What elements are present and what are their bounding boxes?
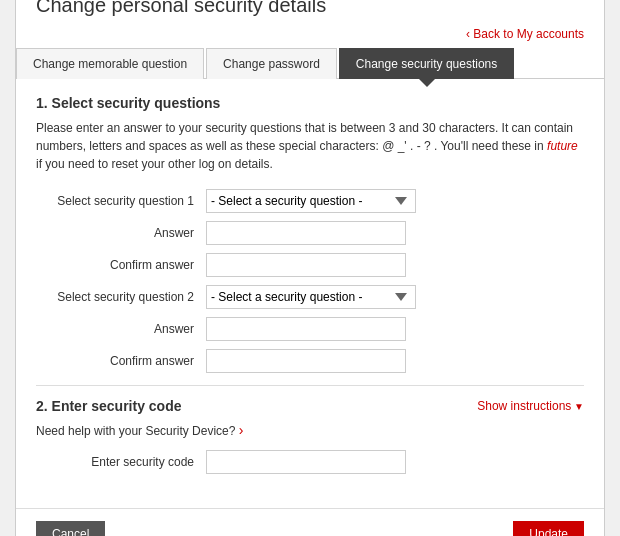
- answer1-row: Answer: [36, 221, 584, 245]
- back-link[interactable]: Back to My accounts: [466, 27, 584, 41]
- confirm-answer2-input[interactable]: [206, 349, 406, 373]
- help-text: Need help with your Security Device? ›: [36, 422, 584, 438]
- answer2-label: Answer: [36, 322, 206, 336]
- confirm1-label: Confirm answer: [36, 258, 206, 272]
- tab-password[interactable]: Change password: [206, 48, 337, 79]
- section1-desc: Please enter an answer to your security …: [36, 119, 584, 173]
- main-content: 1. Select security questions Please ente…: [16, 79, 604, 498]
- answer2-row: Answer: [36, 317, 584, 341]
- back-link-row: Back to My accounts: [16, 27, 604, 47]
- section1-desc-text: Please enter an answer to your security …: [36, 121, 578, 171]
- confirm-answer1-input[interactable]: [206, 253, 406, 277]
- answer1-input[interactable]: [206, 221, 406, 245]
- section1-title: 1. Select security questions: [36, 95, 584, 111]
- answer1-label: Answer: [36, 226, 206, 240]
- show-instructions-link[interactable]: Show instructions: [477, 399, 584, 413]
- question1-label: Select security question 1: [36, 194, 206, 208]
- question1-row: Select security question 1 - Select a se…: [36, 189, 584, 213]
- confirm2-row: Confirm answer: [36, 349, 584, 373]
- confirm1-row: Confirm answer: [36, 253, 584, 277]
- page-title: Change personal security details: [16, 0, 604, 27]
- tab-security-questions[interactable]: Change security questions: [339, 48, 514, 79]
- section-divider: [36, 385, 584, 386]
- confirm1-control: [206, 253, 584, 277]
- section2-title: 2. Enter security code: [36, 398, 182, 414]
- help-arrow-icon: ›: [239, 422, 244, 438]
- update-button[interactable]: Update: [513, 521, 584, 537]
- tabs-container: Change memorable question Change passwor…: [16, 47, 604, 79]
- tab-memorable[interactable]: Change memorable question: [16, 48, 204, 79]
- question1-control: - Select a security question -: [206, 189, 584, 213]
- footer-buttons: Cancel Update: [16, 508, 604, 537]
- cancel-button[interactable]: Cancel: [36, 521, 105, 537]
- answer1-control: [206, 221, 584, 245]
- question2-control: - Select a security question -: [206, 285, 584, 309]
- question2-row: Select security question 2 - Select a se…: [36, 285, 584, 309]
- security-code-control: [206, 450, 584, 474]
- confirm2-control: [206, 349, 584, 373]
- answer2-input[interactable]: [206, 317, 406, 341]
- security-code-input[interactable]: [206, 450, 406, 474]
- question2-label: Select security question 2: [36, 290, 206, 304]
- page-container: Change personal security details Back to…: [15, 0, 605, 536]
- security-question-1-select[interactable]: - Select a security question -: [206, 189, 416, 213]
- confirm2-label: Confirm answer: [36, 354, 206, 368]
- answer2-control: [206, 317, 584, 341]
- security-code-row: Enter security code: [36, 450, 584, 474]
- section2-header: 2. Enter security code Show instructions: [36, 398, 584, 414]
- section1-highlight: future: [547, 139, 578, 153]
- security-question-2-select[interactable]: - Select a security question -: [206, 285, 416, 309]
- security-code-label: Enter security code: [36, 455, 206, 469]
